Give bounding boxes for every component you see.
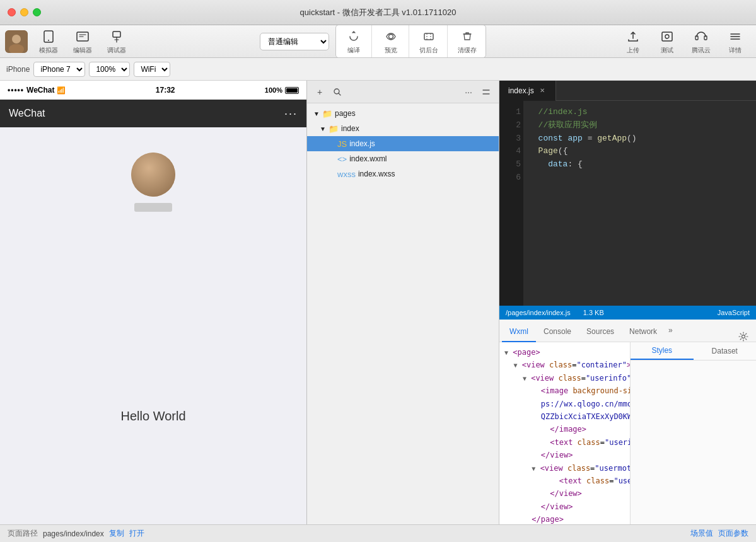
devtools-tabs: Wxml Console Sources Network » [499,320,756,342]
phone-content: Hello World [0,127,306,524]
detail-label: 详情 [729,46,741,55]
clear-label: 清缓存 [458,46,477,55]
status-bar: ••••• WeChat 📶 17:32 100% [0,81,306,100]
file-size: 1.3 KB [583,309,604,316]
traffic-lights [8,8,41,16]
styles-tab[interactable]: Styles [631,342,694,360]
clear-button[interactable]: 清缓存 [449,25,486,57]
file-language: JavaScript [718,309,750,316]
simulator-button[interactable]: 模拟器 [33,25,64,57]
code-line: //index.js [528,106,751,119]
user-name [134,203,172,212]
wxml-line: </view> [504,500,625,513]
tree-index-wxss[interactable]: wxss index.wxss [307,166,499,182]
editor-button[interactable]: 编辑器 [67,25,98,57]
js-file-icon: JS [337,139,347,149]
simulator-icon [40,28,57,45]
styles-dataset-tabs: Styles Dataset [631,342,756,360]
wxml-line: <text class="userinfo-nickname">林超</text… [504,436,625,449]
file-path: /pages/index/index.js [506,309,571,316]
code-content[interactable]: //index.js //获取应用实例 const app = getApp()… [523,101,756,306]
device-select[interactable]: iPhone 7 [33,62,85,77]
folder-icon: 📁 [322,109,332,118]
status-left: ••••• WeChat 📶 [8,86,66,95]
test-button[interactable]: 测试 [651,25,683,57]
debugger-button[interactable]: 调试器 [101,25,132,57]
battery-fill [286,88,298,93]
detail-button[interactable]: 详情 [719,25,751,57]
tab-console[interactable]: Console [536,322,579,342]
phone-screen: ••••• WeChat 📶 17:32 100% WeChat ··· [0,81,306,524]
compile-button[interactable]: 编译 [336,25,372,57]
upload-label: 上传 [627,46,639,55]
svg-rect-6 [113,32,120,37]
wxml-line: ▼ <view class="userinfo"> [504,372,625,384]
svg-point-10 [665,35,669,38]
editor-tabs: index.js ✕ [499,81,756,101]
status-time: 17:32 [66,86,264,95]
main-area: ••••• WeChat 📶 17:32 100% WeChat ··· [0,81,756,524]
file-tree: ▼ 📁 pages ▼ 📁 index JS index.js <> index… [307,103,499,524]
styles-dataset-panel: Styles Dataset [630,342,756,524]
svg-point-7 [389,35,393,39]
collapse-button[interactable] [479,84,494,100]
tree-pages-folder[interactable]: ▼ 📁 pages [307,106,499,121]
signal-dots: ••••• [8,86,24,95]
debugger-icon [108,28,125,45]
title-text: quickstart - 微信开发者工具 v1.01.1711020 [300,7,457,18]
tab-wxml[interactable]: Wxml [502,322,536,342]
maximize-button[interactable] [33,8,41,16]
upload-button[interactable]: 上传 [617,25,649,57]
minimize-button[interactable] [20,8,28,16]
wxml-line: ps://wx.qlogo.cn/mmopen/vi_32/Q3auHgzwzM… [504,398,625,410]
arrow-icon: ▼ [313,110,322,117]
scene-value-button[interactable]: 场景值 [690,528,713,539]
carrier-name: WeChat [26,86,54,95]
svg-point-4 [48,40,49,41]
tree-index-wxml[interactable]: <> index.wxml [307,151,499,166]
network-select[interactable]: WiFi [134,62,170,77]
tree-index-folder[interactable]: ▼ 📁 index [307,121,499,136]
devtools-main: ▼ <page> ▼ <view class="container"> ▼ <v… [499,342,756,524]
tab-sources[interactable]: Sources [579,322,622,342]
more-options-button[interactable]: ··· [461,84,476,100]
tree-index-js[interactable]: JS index.js [307,136,499,151]
wxml-line: </view> [504,487,625,500]
devtools-more-button[interactable]: » [665,320,677,342]
path-value: pages/index/index [43,529,104,538]
cut-button[interactable]: 切后台 [410,25,448,57]
devtools-settings-icon[interactable] [738,332,753,342]
tab-network[interactable]: Network [622,322,665,342]
upload-icon [624,28,642,45]
page-params-button[interactable]: 页面参数 [718,528,748,539]
file-toolbar: + ··· [307,81,499,103]
code-line: //获取应用实例 [528,119,751,132]
wxml-line: </image> [504,423,625,435]
add-file-button[interactable]: + [312,84,327,100]
wxml-line: ▼ <view class="usermotto"> [504,462,625,475]
file-name: index.wxss [358,170,395,178]
code-area: 123456 //index.js //获取应用实例 const app = g… [499,101,756,306]
tab-index-js[interactable]: index.js ✕ [499,81,556,101]
code-line: const app = getApp() [528,132,751,146]
wechat-menu-dots[interactable]: ··· [284,107,298,120]
copy-button[interactable]: 复制 [109,528,124,539]
preview-label: 预览 [385,46,397,55]
tab-close-button[interactable]: ✕ [538,86,547,95]
preview-button[interactable]: 预览 [373,25,409,57]
close-button[interactable] [8,8,16,16]
avatar[interactable] [5,30,28,53]
file-panel: + ··· ▼ 📁 pages ▼ [307,81,499,524]
detail-icon [726,28,744,45]
folder-name: pages [335,109,356,118]
code-line: Page({ [528,145,751,158]
zoom-select[interactable]: 100% [89,62,130,77]
tab-label: index.js [508,86,534,95]
svg-rect-8 [424,33,433,40]
tencent-button[interactable]: 腾讯云 [685,25,717,57]
dataset-tab[interactable]: Dataset [694,342,757,360]
search-file-button[interactable] [330,84,345,100]
title-bar: quickstart - 微信开发者工具 v1.01.1711020 [0,0,756,25]
mode-select[interactable]: 普通编辑 [260,33,329,50]
open-button[interactable]: 打开 [129,528,144,539]
